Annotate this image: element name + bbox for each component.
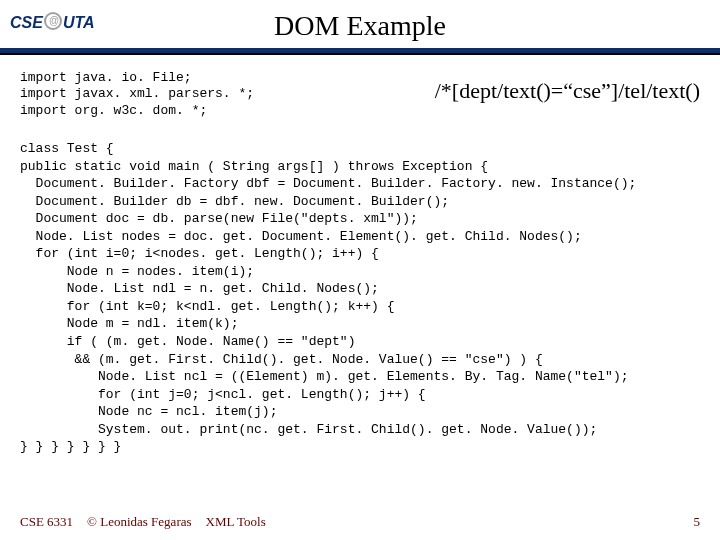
code-body: class Test { public static void main ( S… (20, 140, 636, 456)
footer-section: XML Tools (206, 514, 266, 530)
page-title: DOM Example (0, 10, 720, 42)
footer-page-number: 5 (694, 514, 701, 530)
slide: CSE UTA DOM Example import java. io. Fil… (0, 0, 720, 540)
footer: CSE 6331 © Leonidas Fegaras XML Tools 5 (20, 514, 700, 530)
footer-author: © Leonidas Fegaras (87, 514, 191, 530)
code-imports: import java. io. File; import javax. xml… (20, 70, 254, 119)
title-rule (0, 48, 720, 53)
xpath-expression: /*[dept/text()=“cse”]/tel/text() (435, 78, 700, 104)
footer-course: CSE 6331 (20, 514, 73, 530)
